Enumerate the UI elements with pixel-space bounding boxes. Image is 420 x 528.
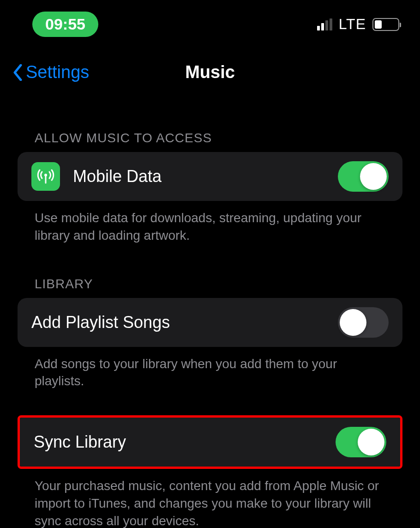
mobile-data-row[interactable]: Mobile Data [18,152,402,201]
mobile-data-label: Mobile Data [73,167,162,186]
sync-library-label: Sync Library [34,432,126,452]
section-header-library: LIBRARY [0,277,420,291]
section-header-access: ALLOW MUSIC TO ACCESS [0,131,420,146]
back-label: Settings [26,62,89,82]
battery-icon [372,18,399,31]
status-right: LTE [317,16,399,33]
sync-library-toggle[interactable] [336,427,386,457]
chevron-left-icon [13,64,22,81]
navigation-bar: Settings Music [0,44,420,87]
mobile-data-icon [31,162,60,191]
sync-library-highlight: Sync Library [18,415,402,469]
cellular-signal-icon [317,18,332,30]
sync-library-footer: Your purchased music, content you add fr… [0,469,420,528]
network-type: LTE [339,16,366,33]
status-bar: 09:55 LTE [0,0,420,44]
add-playlist-songs-footer: Add songs to your library when you add t… [0,347,420,390]
add-playlist-songs-label: Add Playlist Songs [31,313,170,332]
page-title: Music [185,62,235,82]
add-playlist-songs-row[interactable]: Add Playlist Songs [18,298,402,347]
back-button[interactable]: Settings [13,62,89,82]
add-playlist-songs-toggle[interactable] [338,307,389,338]
mobile-data-toggle[interactable] [338,161,389,192]
sync-library-row[interactable]: Sync Library [20,418,400,467]
mobile-data-footer: Use mobile data for downloads, streaming… [0,201,420,244]
status-time[interactable]: 09:55 [32,12,98,37]
